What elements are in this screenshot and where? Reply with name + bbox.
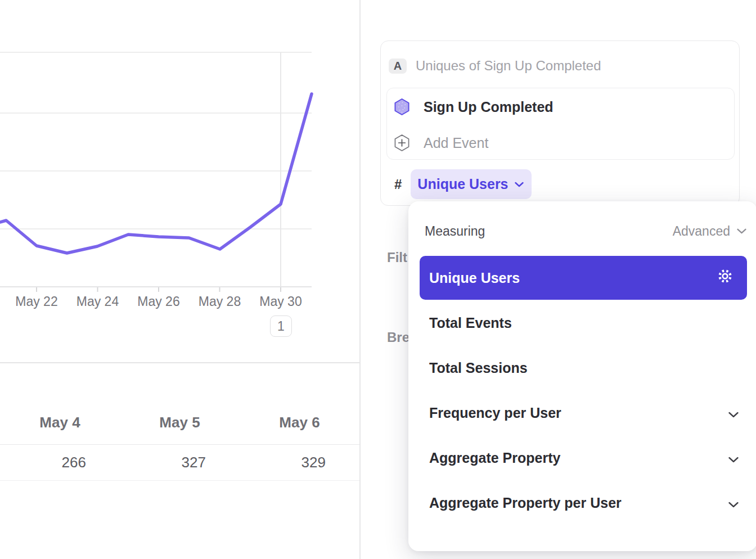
menu-item-frequency-per-user[interactable]: Frequency per User [408, 390, 756, 435]
menu-item-label: Total Sessions [429, 360, 528, 376]
table-row[interactable]: 266 327 329 [0, 445, 359, 481]
add-event-label: Add Event [424, 135, 488, 151]
menu-item-unique-users[interactable]: Unique Users [420, 256, 747, 300]
chevron-down-icon [728, 412, 739, 418]
gear-icon [717, 268, 734, 285]
table-cell: 329 [240, 445, 359, 480]
filter-section-label: Filt [387, 250, 407, 265]
series-title: Uniques of Sign Up Completed [416, 58, 601, 74]
measuring-menu-items: Unique UsersTotal EventsTotal SessionsFr… [408, 255, 756, 525]
line-chart: May 22May 24May 26May 28May 30 [0, 0, 359, 315]
menu-item-aggregate-property[interactable]: Aggregate Property [408, 435, 756, 480]
menu-item-label: Aggregate Property per User [429, 495, 622, 511]
query-builder-card: A Uniques of Sign Up Completed Sign Up C… [380, 40, 740, 206]
event-card: Sign Up Completed Add Event [386, 88, 735, 160]
annotation-badge[interactable]: 1 [270, 315, 292, 337]
menu-item-label: Total Events [429, 315, 512, 331]
table-cell: 266 [0, 445, 120, 480]
advanced-toggle[interactable]: Advanced [673, 224, 746, 239]
chart-table-divider [0, 362, 359, 363]
table-column-header: May 4 [0, 400, 120, 444]
chevron-down-icon [515, 182, 524, 187]
measuring-dropdown-header: Measuring Advanced [408, 201, 756, 255]
menu-item-label: Unique Users [429, 270, 520, 286]
panel-separator [359, 0, 361, 559]
event-name: Sign Up Completed [424, 99, 554, 115]
add-event-icon [394, 134, 410, 152]
measuring-label: Measuring [425, 224, 485, 239]
table-column-header: May 5 [120, 400, 240, 444]
measure-dropdown-button[interactable]: Unique Users [411, 169, 531, 199]
series-title-row: A Uniques of Sign Up Completed [389, 58, 601, 74]
chevron-down-icon [728, 457, 739, 463]
breakdown-section-label: Bre [387, 330, 410, 345]
measuring-dropdown: Measuring Advanced Unique UsersTotal Eve… [408, 201, 756, 551]
measure-row: # Unique Users [394, 169, 532, 199]
results-table: May 4 May 5 May 6 266 327 329 [0, 400, 359, 481]
x-tick-label: May 26 [137, 294, 179, 309]
table-column-header: May 6 [240, 400, 359, 444]
menu-item-total-events[interactable]: Total Events [408, 300, 756, 345]
menu-item-right [728, 495, 739, 511]
measure-value: Unique Users [417, 176, 508, 192]
x-tick-label: May 22 [15, 294, 57, 309]
menu-item-right [728, 405, 739, 421]
event-hexagon-icon [394, 98, 410, 116]
x-tick-label: May 24 [76, 294, 119, 309]
chevron-down-icon [737, 228, 746, 234]
menu-item-label: Frequency per User [429, 405, 561, 421]
event-row[interactable]: Sign Up Completed [394, 97, 554, 116]
table-cell: 327 [120, 445, 240, 480]
menu-item-right [728, 450, 739, 466]
menu-item-right [717, 268, 734, 288]
x-tick-label: May 28 [199, 294, 241, 309]
measure-hash-symbol: # [394, 177, 402, 192]
chevron-down-icon [728, 502, 739, 508]
x-tick-label: May 30 [259, 294, 302, 309]
menu-item-aggregate-property-per-user[interactable]: Aggregate Property per User [408, 480, 756, 525]
analytics-screen: May 22May 24May 26May 28May 30 1 May 4 M… [0, 0, 756, 559]
advanced-label: Advanced [673, 224, 730, 239]
menu-item-label: Aggregate Property [429, 450, 560, 466]
table-header-row: May 4 May 5 May 6 [0, 400, 359, 445]
series-letter-badge: A [389, 58, 407, 74]
add-event-button[interactable]: Add Event [394, 133, 488, 152]
menu-item-total-sessions[interactable]: Total Sessions [408, 345, 756, 390]
